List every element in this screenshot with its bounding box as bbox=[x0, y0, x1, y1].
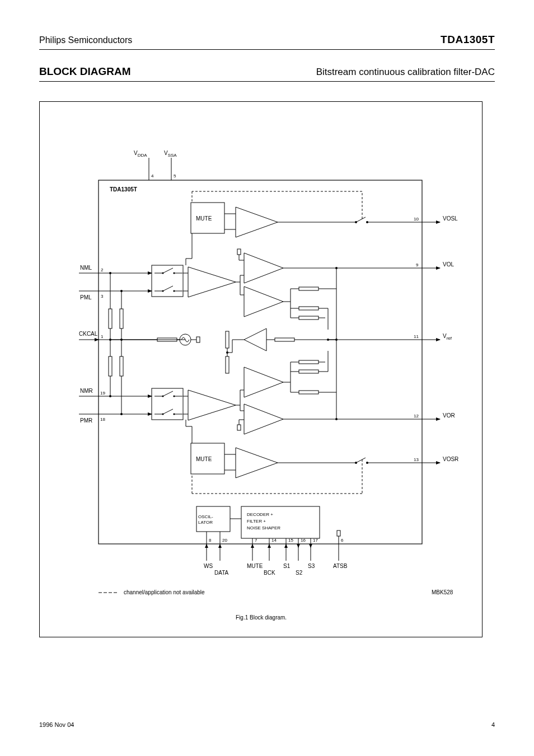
vol-pin: 9 bbox=[416, 262, 419, 267]
svg-rect-12 bbox=[109, 309, 112, 328]
svg-rect-84 bbox=[237, 425, 241, 430]
ws-label: WS bbox=[204, 563, 213, 569]
data-label: DATA bbox=[214, 570, 229, 576]
vor-label: VOR bbox=[443, 412, 455, 419]
vor-pin: 12 bbox=[414, 414, 419, 419]
svg-rect-19 bbox=[120, 356, 123, 376]
vosr-label: VOSR bbox=[443, 456, 458, 462]
svg-point-138 bbox=[327, 339, 329, 341]
mute-pin: 7 bbox=[255, 538, 257, 543]
oscillator-label: OSCIL- bbox=[198, 514, 213, 519]
nml-pin: 2 bbox=[101, 267, 104, 273]
vdda-label: VDDA bbox=[134, 150, 147, 158]
svg-rect-18 bbox=[109, 356, 112, 376]
decoder-label-2: FILTER + bbox=[247, 519, 266, 524]
section-title: BLOCK DIAGRAM bbox=[39, 65, 131, 78]
header: Philips Semiconductors TDA1305T bbox=[39, 34, 495, 50]
svg-point-32 bbox=[173, 272, 175, 274]
vssa-pin: 5 bbox=[174, 173, 176, 179]
svg-rect-157 bbox=[337, 530, 340, 536]
s1-label: S1 bbox=[283, 563, 291, 569]
pml-pin: 3 bbox=[101, 294, 104, 299]
vosl-label: VOSL bbox=[443, 215, 458, 222]
svg-line-45 bbox=[163, 409, 173, 414]
vref-pin: 11 bbox=[414, 334, 419, 339]
svg-line-40 bbox=[163, 391, 173, 396]
section-subtitle: Bitstream continuous calibration filter-… bbox=[316, 67, 495, 78]
bck-pin: 14 bbox=[271, 538, 277, 543]
mute-l-label: MUTE bbox=[196, 215, 212, 222]
svg-rect-109 bbox=[275, 338, 294, 341]
svg-rect-67 bbox=[299, 287, 318, 290]
bottom-note: channel/application not available bbox=[124, 589, 205, 595]
figure-caption: Fig.1 Block diagram. bbox=[236, 614, 287, 621]
svg-rect-59 bbox=[237, 249, 241, 255]
data-pin: 20 bbox=[222, 538, 227, 543]
svg-line-127 bbox=[356, 217, 366, 222]
decoder-label-3: NOISE SHAPER bbox=[247, 525, 280, 530]
mute-label: MUTE bbox=[247, 563, 263, 569]
vosl-pin: 10 bbox=[414, 217, 419, 222]
svg-rect-69 bbox=[299, 316, 318, 320]
nmr-label: NMR bbox=[80, 388, 93, 394]
section-header: BLOCK DIAGRAM Bitstream continuous calib… bbox=[39, 65, 495, 82]
svg-point-42 bbox=[162, 395, 163, 397]
svg-point-48 bbox=[173, 413, 175, 415]
svg-rect-121 bbox=[196, 337, 200, 342]
decoder-label: DECODER + bbox=[247, 512, 273, 517]
svg-point-43 bbox=[173, 395, 175, 397]
svg-line-34 bbox=[163, 286, 173, 291]
pmr-label: PMR bbox=[80, 417, 92, 424]
s3-label: S3 bbox=[308, 563, 315, 569]
svg-rect-38 bbox=[152, 388, 183, 420]
part-number: TDA1305T bbox=[441, 34, 495, 46]
nmr-pin: 19 bbox=[100, 391, 105, 396]
svg-point-37 bbox=[173, 290, 175, 292]
ws-pin: 8 bbox=[209, 538, 212, 543]
atsb-label: ATSB bbox=[333, 563, 348, 569]
s3-pin: 17 bbox=[313, 538, 318, 543]
footer-date: 1996 Nov 04 bbox=[39, 721, 74, 728]
svg-rect-114 bbox=[226, 356, 229, 373]
pml-label: PML bbox=[80, 294, 92, 300]
svg-rect-68 bbox=[299, 307, 318, 310]
figure-id: MBK528 bbox=[432, 589, 453, 595]
brand: Philips Semiconductors bbox=[39, 35, 132, 45]
svg-rect-93 bbox=[299, 370, 318, 373]
s2-pin: 16 bbox=[301, 538, 306, 543]
svg-point-47 bbox=[162, 413, 163, 415]
svg-rect-27 bbox=[152, 265, 183, 297]
svg-line-145 bbox=[356, 458, 366, 463]
svg-rect-94 bbox=[299, 391, 318, 394]
oscillator-label-2: LATOR bbox=[198, 520, 213, 525]
block-diagram: TDA1305T VDDA 4 VSSA 5 CKCAL 1 NML 2 PML… bbox=[39, 101, 483, 637]
ckcal-pin: 1 bbox=[101, 334, 104, 339]
atsb-pin: 6 bbox=[341, 538, 344, 543]
vdda-pin: 4 bbox=[151, 173, 154, 179]
svg-point-36 bbox=[162, 290, 163, 292]
svg-line-29 bbox=[163, 268, 173, 273]
vosr-pin: 13 bbox=[414, 457, 419, 462]
chip-label: TDA1305T bbox=[110, 186, 137, 192]
s2-label: S2 bbox=[296, 570, 303, 576]
vol-label: VOL bbox=[443, 261, 454, 267]
s1-pin: 15 bbox=[288, 538, 293, 543]
bck-label: BCK bbox=[264, 570, 275, 576]
page-footer: 1996 Nov 04 4 bbox=[39, 721, 495, 728]
svg-point-31 bbox=[162, 272, 163, 274]
vref-label: Vref bbox=[443, 333, 452, 341]
svg-rect-13 bbox=[120, 309, 123, 328]
ckcal-label: CKCAL bbox=[79, 331, 98, 337]
pmr-pin: 18 bbox=[100, 417, 105, 422]
svg-rect-113 bbox=[226, 331, 229, 348]
mute-r-label: MUTE bbox=[196, 456, 212, 462]
svg-rect-92 bbox=[299, 360, 318, 364]
footer-page: 4 bbox=[491, 721, 495, 728]
svg-rect-0 bbox=[99, 180, 422, 544]
nml-label: NML bbox=[80, 265, 92, 271]
vssa-label: VSSA bbox=[164, 150, 177, 158]
